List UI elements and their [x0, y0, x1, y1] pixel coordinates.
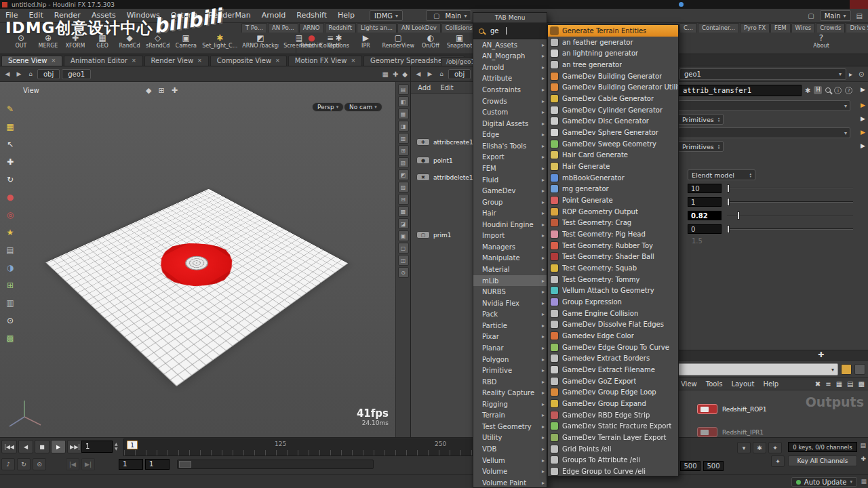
- tab-menu-category[interactable]: Nvidia Flex ▸: [473, 298, 547, 309]
- snapshot-combo[interactable]: ▾: [678, 363, 838, 375]
- grid-icon[interactable]: ▦: [382, 70, 388, 78]
- persp-selector[interactable]: Persp ▾: [312, 102, 344, 112]
- tab-menu-item[interactable]: GameDev Sphere Generator: [548, 127, 678, 138]
- tab-menu-category[interactable]: Edge ▸: [473, 129, 547, 141]
- shelf-tab[interactable]: AN Po...: [268, 23, 298, 33]
- viewport-tool-icon[interactable]: ●: [4, 192, 16, 203]
- transport-button[interactable]: ◀: [18, 440, 33, 453]
- tab-menu-category[interactable]: Houdini Engine ▸: [473, 219, 547, 230]
- tab-menu-category[interactable]: Constraints ▸: [473, 84, 547, 96]
- tab-menu-item[interactable]: GameDev Sweep Geometry: [548, 138, 678, 150]
- action-arrow-icon[interactable]: ▶: [861, 86, 865, 93]
- network-menu-item[interactable]: Edit: [440, 84, 453, 92]
- tiles-icon[interactable]: ▩: [859, 380, 865, 388]
- playback-range-slider[interactable]: [177, 460, 374, 469]
- tab-menu-category[interactable]: Volume Paint ▸: [473, 477, 547, 488]
- tab-menu-item[interactable]: Test Geometry: Rubber Toy: [548, 240, 678, 251]
- camera-selector[interactable]: No cam ▾: [344, 102, 382, 112]
- viewport-tool-icon[interactable]: ↖: [4, 139, 16, 150]
- keying-icon[interactable]: ✱: [753, 442, 766, 453]
- tab-menu-category[interactable]: Particle ▸: [473, 320, 547, 331]
- tab-menu-category[interactable]: VDB ▸: [473, 443, 547, 455]
- outputs-menu-item[interactable]: View: [681, 380, 697, 388]
- viewport-tool-icon[interactable]: ▥: [4, 298, 16, 309]
- tab-menu-item[interactable]: an tree generator: [548, 59, 678, 70]
- transport-button[interactable]: |◀◀: [1, 440, 17, 453]
- current-frame-field[interactable]: 1: [81, 441, 113, 453]
- shelf-tab[interactable]: AN LookDev: [397, 23, 441, 33]
- tab-menu-item[interactable]: Edge Group to Curve /eli: [548, 466, 678, 477]
- tab-menu-category[interactable]: AN_Assets ▸: [473, 39, 547, 51]
- shelf-tab[interactable]: ARNO: [299, 23, 324, 33]
- network-node[interactable]: ▢ prim1: [416, 231, 451, 239]
- shelf-tab[interactable]: Wires: [791, 23, 816, 33]
- tab-menu-category[interactable]: Material ▸: [473, 264, 547, 275]
- viewport-tool-icon[interactable]: ◑: [4, 262, 16, 274]
- action-arrow-icon[interactable]: ▶: [861, 142, 865, 149]
- transport-button[interactable]: ▶: [51, 440, 66, 453]
- display-option-icon[interactable]: ◨: [398, 121, 409, 131]
- playback-option-icon[interactable]: ↻: [17, 458, 31, 470]
- action-arrow-icon[interactable]: ▶: [861, 115, 865, 122]
- tab-menu-item[interactable]: an lightning generator: [548, 47, 678, 59]
- pane-tab[interactable]: Composite View ✕: [210, 56, 287, 66]
- range-end-field[interactable]: 500: [680, 461, 701, 471]
- shelf-tab[interactable]: Redshift: [325, 23, 357, 33]
- tab-menu-item[interactable]: Generate Terrain Entities: [548, 25, 678, 37]
- viewport-tool-icon[interactable]: ▩: [4, 333, 16, 344]
- tab-menu-item[interactable]: GameDev Building Generator: [548, 70, 678, 82]
- shelf-tab[interactable]: C...: [679, 23, 697, 33]
- parameter-value-field[interactable]: 10: [688, 184, 722, 193]
- tab-menu-category[interactable]: Volume ▸: [473, 466, 547, 477]
- tab-menu-category[interactable]: AN_Mograph ▸: [473, 51, 547, 62]
- display-option-icon[interactable]: ⊙: [398, 267, 409, 278]
- tab-menu-item[interactable]: GameDev Group Edge Loop: [548, 387, 678, 399]
- viewport-tool-icon[interactable]: ◎: [4, 209, 16, 221]
- close-icon[interactable]: ✕: [51, 58, 56, 64]
- tab-menu-item[interactable]: Test Geometry: Squab: [548, 262, 678, 274]
- tab-menu-category[interactable]: FEM ▸: [473, 163, 547, 174]
- tab-menu-item[interactable]: Groups To Attribute /eli: [548, 455, 678, 466]
- info-icon[interactable]: i: [834, 87, 842, 94]
- tab-menu-item[interactable]: GameDev GoZ Export: [548, 375, 678, 387]
- tab-menu-category[interactable]: mLib ▸: [473, 275, 547, 287]
- snapshot-save-icon[interactable]: [841, 364, 852, 375]
- tab-menu-item[interactable]: Game Engine Collision: [548, 308, 678, 319]
- idmg-combo[interactable]: IDMG ▾: [370, 10, 403, 21]
- tab-menu-item[interactable]: Test Geometry: Tommy: [548, 274, 678, 285]
- forward-icon[interactable]: ▶: [425, 70, 435, 77]
- parameter-slider[interactable]: [727, 184, 853, 193]
- slider-handle[interactable]: [737, 211, 740, 220]
- tab-menu-category[interactable]: Crowds ▸: [473, 96, 547, 107]
- shelf-tool[interactable]: ◐ On/Off: [418, 33, 443, 49]
- tab-menu-category[interactable]: Hair ▸: [473, 207, 547, 219]
- network-node[interactable]: ✖ attribdelete1: [416, 174, 473, 181]
- slider-handle[interactable]: [727, 184, 730, 192]
- display-option-icon[interactable]: ▤: [398, 84, 409, 95]
- tab-menu-category[interactable]: Export ▸: [473, 152, 547, 163]
- range-slider-handle[interactable]: [179, 461, 191, 468]
- tab-menu-category[interactable]: RBD ▸: [473, 376, 547, 388]
- tab-menu-category[interactable]: Import ▸: [473, 230, 547, 242]
- pane-tab[interactable]: Animation Editor ✕: [64, 56, 142, 66]
- menu-item[interactable]: Arnold: [256, 9, 292, 22]
- tab-menu-category[interactable]: Pixar ▸: [473, 331, 547, 343]
- playback-option-icon[interactable]: ⊙: [33, 458, 46, 470]
- tab-menu-item[interactable]: Test Geometry: Pig Head: [548, 228, 678, 240]
- auto-update-combo[interactable]: Auto Update ▾: [791, 477, 857, 487]
- tab-menu-item[interactable]: mg generator: [548, 183, 678, 195]
- tab-menu-item[interactable]: mbBookGenerator: [548, 172, 678, 184]
- frame-spinner[interactable]: ▲▼: [115, 441, 118, 451]
- playback-option-icon[interactable]: ♪: [1, 458, 15, 470]
- tab-menu-item[interactable]: Test Geometry: Shader Ball: [548, 251, 678, 262]
- tab-menu-search[interactable]: ge: [473, 23, 547, 39]
- display-option-icon[interactable]: ⊟: [398, 194, 409, 205]
- gear-icon[interactable]: ✱: [805, 87, 810, 94]
- add-pane-icon[interactable]: ✚: [818, 350, 824, 359]
- key-all-channels-button[interactable]: Key All Channels: [788, 455, 857, 466]
- parameter-slider[interactable]: [727, 197, 853, 207]
- tab-menu-item[interactable]: Group Expression: [548, 296, 678, 308]
- shelf-tab[interactable]: Container...: [698, 23, 739, 33]
- tab-menu-category[interactable]: Primitive ▸: [473, 365, 547, 376]
- parameter-slider[interactable]: [727, 224, 853, 234]
